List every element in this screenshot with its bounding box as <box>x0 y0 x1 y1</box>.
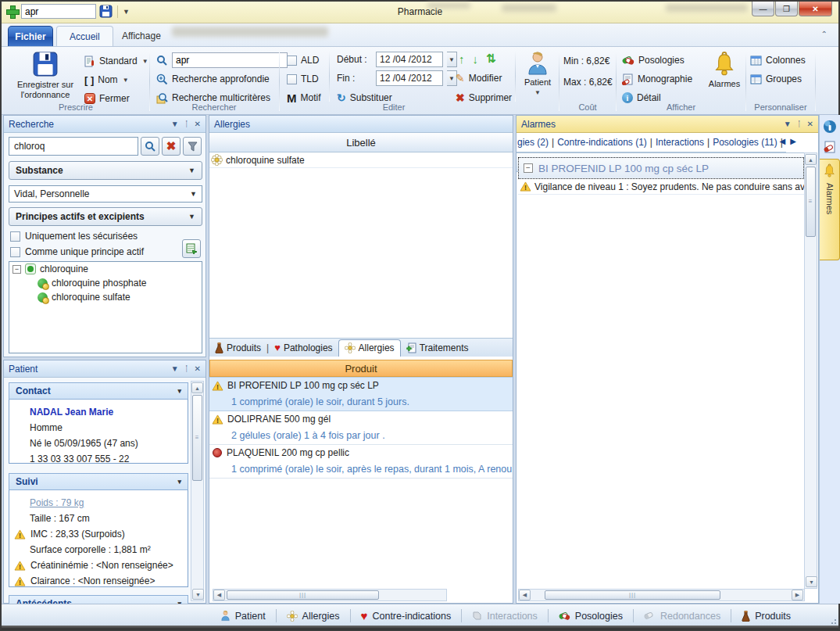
panel-close-icon[interactable]: ✕ <box>195 364 201 373</box>
scroll-thumb[interactable]: ≡ <box>192 395 202 481</box>
move-up-icon[interactable]: ↑ <box>459 52 465 66</box>
allergy-row[interactable]: chloroquine sulfate <box>209 152 513 168</box>
scroll-down-arrow[interactable]: ▼ <box>192 589 204 600</box>
nom-button[interactable]: [ ] Nom▼ <box>84 71 129 88</box>
search-type-dropdown[interactable]: Substance▼ <box>9 161 202 180</box>
search-go-button[interactable] <box>141 137 159 156</box>
produit-column-header[interactable]: Produit <box>209 360 513 377</box>
svg-text:!: ! <box>19 532 21 540</box>
fin-date-input[interactable]: 12 /04 /2012 <box>376 70 443 86</box>
move-both-icon[interactable]: ⇅ <box>486 52 496 66</box>
monographie-button[interactable]: Monographie <box>622 70 692 88</box>
alarm-tabs-scroll-arrows[interactable]: ◀▶ <box>780 137 801 145</box>
groupes-button[interactable]: Groupes <box>750 70 802 88</box>
scroll-down-arrow[interactable]: ▼ <box>806 576 817 587</box>
pin-icon[interactable]: ᛙ <box>797 120 802 128</box>
tree-collapse-icon[interactable]: − <box>13 265 21 274</box>
alarmes-dock-tab[interactable]: Alarmes <box>820 159 840 260</box>
produit-horizontal-scrollbar[interactable]: ◀ ||| <box>213 589 447 601</box>
alarm-horizontal-scrollbar[interactable]: ◀ ||| ▶ <box>518 589 805 601</box>
alarm-tab-allergies[interactable]: gies (2) <box>517 137 549 148</box>
securisees-checkbox[interactable]: Uniquement les sécurisées <box>10 231 138 242</box>
alarm-row[interactable]: ! Vigilance de niveau 1 : Soyez prudents… <box>518 179 804 195</box>
tab-produits[interactable]: Produits <box>209 340 266 357</box>
tab-pathologies[interactable]: ♥ Pathologies <box>269 339 338 357</box>
alarm-tab-posologies[interactable]: Posologies (11) <box>713 137 777 148</box>
panel-menu-icon[interactable]: ▼ <box>784 120 792 128</box>
scroll-thumb[interactable]: ||| <box>227 590 379 600</box>
panel-menu-icon[interactable]: ▼ <box>171 364 179 373</box>
section-collapse-icon[interactable]: ▾ <box>177 478 181 486</box>
status-contre-indications[interactable]: ♥ Contre-indications <box>351 609 462 622</box>
tree-node-root[interactable]: − chloroquine <box>9 262 202 276</box>
tree-node-child[interactable]: chloroquine sulfate <box>9 290 202 304</box>
produit-row[interactable]: ! DOLIPRANE 500 mg gél 2 gélules (orale)… <box>209 411 513 445</box>
principes-dropdown[interactable]: Principes actifs et excipients▼ <box>9 207 202 226</box>
produit-row[interactable]: PLAQUENIL 200 mg cp pellic 1 comprimé (o… <box>209 445 513 479</box>
dictionary-dropdown[interactable]: Vidal, Personnelle▼ <box>9 185 202 203</box>
ald-checkbox[interactable]: ALD <box>287 52 319 69</box>
scroll-up-arrow[interactable]: ▲ <box>191 382 203 393</box>
contact-section-header[interactable]: Contact▾ <box>9 382 188 400</box>
tree-node-child[interactable]: chloroquine phosphate <box>9 276 202 290</box>
tld-checkbox[interactable]: TLD <box>287 70 319 88</box>
patient-button[interactable]: Patient ▼ <box>520 51 556 98</box>
alarm-vertical-scrollbar[interactable]: ▲ ≡ ▼ <box>804 152 817 589</box>
close-button[interactable]: ✕ <box>799 2 832 16</box>
section-collapse-icon[interactable]: ▾ <box>177 387 181 395</box>
clear-search-button[interactable]: ✖ <box>162 137 181 156</box>
recherche-approfondie-button[interactable]: Recherche approfondie <box>156 70 270 88</box>
scroll-thumb[interactable]: ||| <box>545 590 720 600</box>
move-down-icon[interactable]: ↓ <box>473 52 479 66</box>
alarm-tab-contre-indications[interactable]: Contre-indications (1) <box>557 137 647 148</box>
scroll-up-arrow[interactable]: ▲ <box>805 154 817 165</box>
standard-button[interactable]: Standard▼ <box>84 52 148 70</box>
status-allergies[interactable]: Allergies <box>277 611 350 622</box>
tab-fichier[interactable]: Fichier <box>8 26 53 46</box>
modifier-button[interactable]: ✎Modifier <box>456 70 502 87</box>
produit-row-selected[interactable]: ! BI PROFENID LP 100 mg cp séc LP 1 comp… <box>209 377 513 411</box>
pin-icon[interactable]: ᛙ <box>184 120 189 128</box>
suivi-section-header[interactable]: Suivi▾ <box>9 473 188 490</box>
export-button[interactable] <box>182 239 201 258</box>
alarmes-button[interactable]: Alarmes <box>705 51 744 89</box>
restore-button[interactable]: ❐ <box>775 2 798 16</box>
panel-close-icon[interactable]: ✕ <box>195 120 201 128</box>
alarm-category-tabs[interactable]: gies (2)| Contre-indications (1)| Intera… <box>517 133 786 152</box>
alarm-tab-interactions[interactable]: Interactions <box>656 137 704 148</box>
pin-icon[interactable]: ᛙ <box>184 364 189 373</box>
tab-accueil[interactable]: Accueil <box>56 26 113 46</box>
ribbon-divider <box>745 52 746 111</box>
tab-traitements[interactable]: Traitements <box>401 340 474 357</box>
patient-vertical-scrollbar[interactable]: ▲ ≡ ▼ <box>191 381 204 601</box>
status-produits[interactable]: Produits <box>731 611 801 622</box>
window-controls: — ❐ ✕ <box>751 2 832 16</box>
collapse-minus-icon[interactable]: − <box>524 163 533 173</box>
tab-affichage[interactable]: Affichage <box>109 26 173 46</box>
scroll-left-arrow[interactable]: ◀ <box>519 590 531 601</box>
panel-close-icon[interactable]: ✕ <box>807 120 813 128</box>
ribbon-search-input[interactable] <box>172 52 288 68</box>
unique-principe-checkbox[interactable]: Comme unique principe actif <box>10 246 144 257</box>
scroll-right-arrow[interactable]: ▶ <box>792 590 803 601</box>
colonnes-button[interactable]: Colonnes <box>750 52 806 69</box>
posologies-button[interactable]: Posologies <box>622 52 685 69</box>
alarm-group-row[interactable]: − BI PROFENID LP 100 mg cp séc LP <box>518 157 804 179</box>
filter-button[interactable] <box>183 137 202 156</box>
poids-link[interactable]: Poids : 79 kg <box>30 497 84 508</box>
status-patient[interactable]: Patient <box>210 610 276 622</box>
debut-date-dropdown[interactable]: ▼ <box>447 52 457 67</box>
tab-allergies[interactable]: Allergies <box>338 339 401 357</box>
libelle-column-header[interactable]: Libellé <box>209 133 513 152</box>
collapse-ribbon-icon[interactable]: ⌃ <box>821 30 827 38</box>
debut-date-input[interactable]: 12 /04 /2012 <box>376 52 443 67</box>
substance-search-input[interactable] <box>9 137 138 156</box>
scroll-thumb[interactable]: ≡ <box>806 167 816 237</box>
save-prescription-button[interactable]: Enregistrer sur l'ordonnance <box>9 51 81 100</box>
panel-menu-icon[interactable]: ▼ <box>171 120 179 128</box>
minimize-button[interactable]: — <box>752 2 774 16</box>
scroll-left-arrow[interactable]: ◀ <box>213 590 225 601</box>
status-posologies[interactable]: Posologies <box>549 611 633 622</box>
monograph-dock-icon[interactable] <box>821 138 839 156</box>
info-sphere-icon[interactable] <box>821 117 839 135</box>
